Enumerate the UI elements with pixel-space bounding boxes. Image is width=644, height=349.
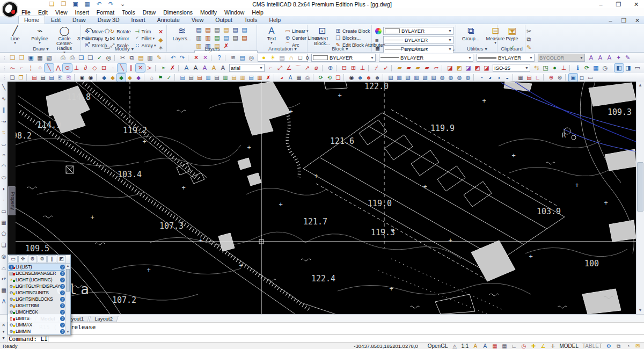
fillet-button[interactable]: ◜Fillet▾ [134,35,156,42]
dim-ordinate-icon[interactable]: ⊥ [358,64,367,72]
wireframe-icon[interactable]: ◻ [577,74,586,82]
snap-node-icon[interactable]: ⊙ [63,64,72,72]
layer-unlock-icon[interactable]: ▤ [231,34,240,42]
dim-home-icon[interactable]: ▰ [422,64,431,72]
layout-1-icon[interactable]: ▤ [30,74,39,82]
menu-tools[interactable]: Tools [118,9,139,16]
dropdown-arrow-icon[interactable]: ▼ [447,29,452,33]
group-label-layers[interactable]: Layers [168,46,257,52]
edit-text-icon[interactable]: A [200,64,209,72]
cut-icon[interactable]: ✂ [118,54,127,62]
layer-tool-7-icon[interactable]: ▤ [230,74,238,82]
toolbar-grip[interactable]: ⋮ [2,75,7,80]
copy-button[interactable]: ⧉Copy [84,35,108,42]
tab-insert[interactable]: Insert [125,16,151,24]
group-label-clipboard[interactable]: Clipboard [499,46,525,52]
layout-tab-layout2[interactable]: Layout2 [89,316,119,322]
snap-midpoint-icon[interactable]: ⋀ [54,64,63,72]
draw-wave-icon[interactable]: ≈ [1,127,8,138]
text-style2-icon[interactable]: A [286,74,295,82]
layer-hide-icon[interactable]: ▤ [213,26,222,34]
help-button[interactable]: ? [60,297,65,302]
leader-icon[interactable]: ➶ [381,64,390,72]
popup-scroll-thumb[interactable] [66,269,70,292]
match-properties-icon[interactable]: ✎ [155,54,164,62]
lock-icon[interactable]: ∩ [287,54,296,62]
grid-display-icon[interactable]: ▦ [500,343,509,349]
snap-point-icon[interactable]: · [108,64,118,72]
dim-angular-icon[interactable]: ∠ [284,64,294,72]
draw-hatch-icon[interactable]: ▦ [1,217,8,228]
dim-oblique-icon[interactable]: ⌿ [372,64,381,72]
draw-arc3-icon[interactable]: ◠ [1,161,8,172]
layer-states-icon[interactable]: ▤ [194,26,203,34]
open-icon[interactable]: ❐ [17,54,26,62]
home-view-icon[interactable]: ⌂ [148,74,156,82]
scroll-down-icon[interactable]: ▼ [636,307,644,314]
scale-text-icon[interactable]: A [596,54,605,62]
dim-style-2-icon[interactable]: ◩ [455,64,464,72]
save-icon[interactable]: ▣ [26,54,35,62]
mirror-button[interactable]: ⋈Mirror [108,35,133,42]
layer-tool-2-icon[interactable]: ▤ [187,74,195,82]
text-express-icon[interactable]: A [209,64,218,72]
dim-edit-icon[interactable]: ▰ [395,64,404,72]
sphere-3-icon[interactable]: ◑ [494,74,503,82]
brush-icon[interactable]: ✎ [623,54,632,62]
tab-view[interactable]: View [186,16,210,24]
draw-spline-icon[interactable]: ∿ [1,93,8,104]
snap-tangent-icon[interactable]: ∂ [81,64,90,72]
layer-combobox[interactable]: ●☀▤∩□ 0▼ [258,54,308,62]
menu-format[interactable]: Format [93,9,118,16]
layer-preview-icon[interactable]: ▤ [238,54,247,62]
purge-page-icon[interactable]: ❏ [334,74,342,82]
dim-style-5-icon[interactable]: ◪ [482,64,491,72]
layout-2-icon[interactable]: ▤ [39,74,47,82]
drawing-canvas[interactable]: 114.8114.998.2103.4107.3109.5107.2119.21… [16,82,636,314]
help-button[interactable]: ? [60,310,65,315]
camera-1-icon[interactable]: ◉ [78,74,86,82]
maximize-button[interactable]: ❐ [614,1,623,9]
popup-pause-icon[interactable]: ∥ [47,255,56,263]
properties-dialog-launcher[interactable]: ⌟ [452,47,455,52]
gem-purple-icon[interactable]: ◆ [134,74,143,82]
view-right-icon[interactable]: ▧ [412,74,421,82]
tab-edit[interactable]: Edit [45,16,67,24]
preview-page-icon[interactable]: ❏ [8,74,17,82]
view-next-icon[interactable]: ◨ [624,64,633,72]
draw-revcloud-icon[interactable]: ↫ [1,273,8,285]
match-props-icon[interactable]: ✎ [524,43,533,52]
menu-edit[interactable]: Edit [34,9,52,16]
snap-extension-icon[interactable]: ≻ [145,64,154,72]
dim-aligned-icon[interactable]: ⤢ [275,64,284,72]
view-se-iso-icon[interactable]: ◍ [447,74,455,82]
page-check-icon[interactable]: ✓ [165,74,173,82]
layer-tool-3-icon[interactable]: ▤ [195,74,204,82]
popup-item-li-list-[interactable]: iLI (LIST)? [8,264,65,270]
snap-intersection-icon[interactable]: ✕ [136,64,145,72]
text-frame-icon[interactable]: A [218,64,228,72]
vp-icon[interactable]: ▤ [277,54,287,62]
group-label-properties[interactable]: Properties ▾ [373,46,456,52]
dim-apply-icon[interactable]: ⇆ [532,64,541,72]
draw-line-icon[interactable]: ╲ [1,82,8,93]
mtext-icon[interactable]: A [191,64,200,72]
clear-snaps-icon[interactable]: ✗ [168,64,177,72]
command-input-line[interactable]: Command: LI [0,334,644,343]
popup-move-icon[interactable]: ✜ [18,255,27,263]
snap-grid-icon[interactable]: ▦ [490,343,499,349]
tab-output[interactable]: Output [209,16,238,24]
group-label-annotation[interactable]: Annotation ▾ [258,46,307,52]
purge-icon[interactable]: ✕ [201,54,210,62]
dim-style-3-icon[interactable]: ◪ [464,64,473,72]
swatch-icon[interactable]: □ [296,54,305,62]
new-icon[interactable]: ❏ [8,54,17,62]
draw-parallel-icon[interactable]: ∥ [1,104,8,115]
menu-help[interactable]: Help [248,9,267,16]
cut-icon[interactable]: ✂ [524,27,533,35]
layer-copy-icon[interactable]: ▤ [240,26,249,34]
layer-delete-icon[interactable]: ✗ [264,74,273,82]
menu-window[interactable]: Window [221,9,248,16]
mdi-close-button[interactable]: ✕ [633,17,642,25]
running-snaps-icon[interactable]: ➣ [159,64,168,72]
